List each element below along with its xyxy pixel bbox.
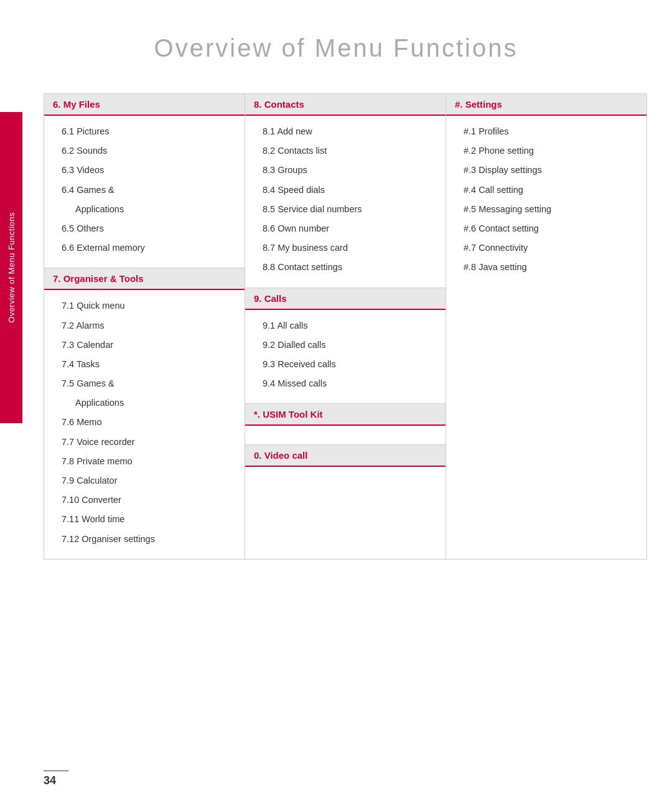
section-7-items: 7.1 Quick menu 7.2 Alarms 7.3 Calendar 7… (44, 290, 245, 558)
list-item: 6.4 Games & (44, 180, 245, 200)
list-item: 7.12 Organiser settings (44, 530, 245, 549)
section-8: 8. Contacts 8.1 Add new 8.2 Contacts lis… (245, 94, 446, 288)
section-9-items: 9.1 All calls 9.2 Dialled calls 9.3 Rece… (245, 310, 446, 404)
list-item: 7.5 Games & (44, 374, 245, 393)
list-item: 7.9 Calculator (44, 471, 245, 490)
list-item: 7.3 Calendar (44, 335, 245, 355)
list-item: 7.8 Private memo (44, 452, 245, 471)
section-star: *. USIM Tool Kit (245, 403, 446, 444)
list-item: 8.1 Add new (245, 122, 446, 141)
list-item: 8.8 Contact settings (245, 258, 446, 277)
section-6-items: 6.1 Pictures 6.2 Sounds 6.3 Videos 6.4 G… (44, 116, 245, 268)
left-column: 6. My Files 6.1 Pictures 6.2 Sounds 6.3 … (44, 93, 245, 560)
section-6: 6. My Files 6.1 Pictures 6.2 Sounds 6.3 … (44, 94, 245, 268)
list-item: 9.2 Dialled calls (245, 335, 446, 355)
section-0-header: 0. Video call (245, 445, 446, 467)
list-item: 7.1 Quick menu (44, 296, 245, 316)
list-item: 9.1 All calls (245, 316, 446, 335)
middle-column: 8. Contacts 8.1 Add new 8.2 Contacts lis… (245, 93, 446, 560)
section-hash: #. Settings #.1 Profiles #.2 Phone setti… (446, 94, 646, 288)
list-item: 6.6 External memory (44, 238, 245, 258)
section-8-header: 8. Contacts (245, 94, 446, 116)
section-8-items: 8.1 Add new 8.2 Contacts list 8.3 Groups… (245, 116, 446, 288)
list-item: 8.5 Service dial numbers (245, 200, 446, 219)
sidebar-text: Overview of Menu Functions (7, 212, 16, 323)
page-title: Overview of Menu Functions (0, 0, 672, 93)
list-item: 8.4 Speed dials (245, 180, 446, 200)
list-item: 6.2 Sounds (44, 141, 245, 161)
section-hash-header: #. Settings (446, 94, 646, 116)
list-item: #.2 Phone setting (446, 141, 646, 161)
section-0-items (245, 467, 446, 498)
section-star-header: *. USIM Tool Kit (245, 404, 446, 426)
list-item: 9.4 Missed calls (245, 374, 446, 393)
list-item: 8.6 Own number (245, 219, 446, 238)
list-item: 6.1 Pictures (44, 122, 245, 141)
list-item: 7.10 Converter (44, 490, 245, 510)
section-6-header: 6. My Files (44, 94, 245, 116)
section-hash-items: #.1 Profiles #.2 Phone setting #.3 Displ… (446, 116, 646, 288)
list-item: #.3 Display settings (446, 161, 646, 180)
right-column: #. Settings #.1 Profiles #.2 Phone setti… (446, 93, 647, 560)
list-item: #.6 Contact setting (446, 219, 646, 238)
footer-line (44, 771, 68, 771)
list-item: 7.6 Memo (44, 413, 245, 432)
list-item: #.7 Connectivity (446, 238, 646, 258)
list-item: 8.7 My business card (245, 238, 446, 258)
page-footer: 34 (44, 771, 68, 787)
section-7: 7. Organiser & Tools 7.1 Quick menu 7.2 … (44, 268, 245, 558)
section-7-header: 7. Organiser & Tools (44, 268, 245, 290)
sidebar-label: Overview of Menu Functions (0, 112, 22, 423)
list-item: Applications (44, 200, 245, 219)
list-item: 7.7 Voice recorder (44, 433, 245, 452)
list-item: #.8 Java setting (446, 258, 646, 277)
list-item: #.5 Messaging setting (446, 200, 646, 219)
list-item: Applications (44, 393, 245, 413)
list-item: 6.5 Others (44, 219, 245, 238)
list-item: 7.4 Tasks (44, 355, 245, 374)
list-item: 7.2 Alarms (44, 316, 245, 335)
list-item: #.4 Call setting (446, 180, 646, 200)
list-item: #.1 Profiles (446, 122, 646, 141)
section-0: 0. Video call (245, 444, 446, 498)
section-9: 9. Calls 9.1 All calls 9.2 Dialled calls… (245, 288, 446, 404)
list-item: 6.3 Videos (44, 161, 245, 180)
content-area: 6. My Files 6.1 Pictures 6.2 Sounds 6.3 … (44, 93, 647, 560)
list-item: 8.2 Contacts list (245, 141, 446, 161)
list-item: 7.11 World time (44, 510, 245, 529)
section-star-items (245, 426, 446, 444)
list-item: 9.3 Received calls (245, 355, 446, 374)
page-number: 34 (44, 774, 68, 787)
section-9-header: 9. Calls (245, 288, 446, 310)
list-item: 8.3 Groups (245, 161, 446, 180)
